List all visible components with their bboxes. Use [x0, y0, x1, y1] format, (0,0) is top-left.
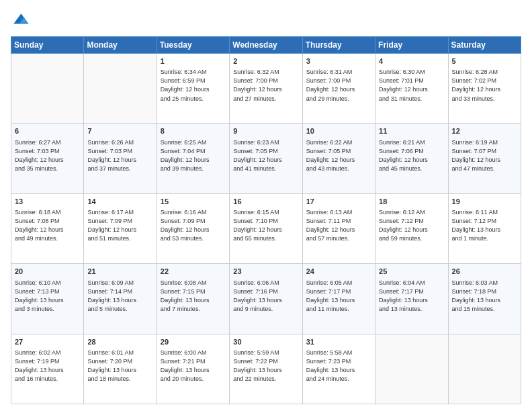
calendar-cell: [375, 334, 448, 404]
day-number: 16: [233, 197, 298, 207]
calendar-cell: 27Sunrise: 6:02 AM Sunset: 7:19 PM Dayli…: [11, 334, 84, 404]
day-info: Sunrise: 6:19 AM Sunset: 7:07 PM Dayligh…: [452, 138, 517, 173]
day-info: Sunrise: 6:26 AM Sunset: 7:03 PM Dayligh…: [87, 138, 152, 173]
day-info: Sunrise: 6:10 AM Sunset: 7:13 PM Dayligh…: [15, 279, 80, 314]
day-number: 4: [379, 56, 444, 66]
day-info: Sunrise: 6:06 AM Sunset: 7:16 PM Dayligh…: [233, 279, 298, 314]
calendar-cell: 28Sunrise: 6:01 AM Sunset: 7:20 PM Dayli…: [84, 334, 157, 404]
calendar-cell: [448, 334, 521, 404]
calendar-cell: 25Sunrise: 6:04 AM Sunset: 7:17 PM Dayli…: [375, 264, 448, 334]
calendar-day-header: Sunday: [11, 37, 84, 54]
day-number: 2: [233, 56, 298, 66]
day-info: Sunrise: 5:58 AM Sunset: 7:23 PM Dayligh…: [306, 349, 371, 383]
day-number: 17: [306, 197, 371, 207]
calendar-cell: 18Sunrise: 6:12 AM Sunset: 7:12 PM Dayli…: [375, 193, 448, 263]
calendar-cell: 30Sunrise: 5:59 AM Sunset: 7:22 PM Dayli…: [230, 334, 302, 404]
calendar-cell: 31Sunrise: 5:58 AM Sunset: 7:23 PM Dayli…: [302, 334, 375, 404]
day-number: 6: [15, 126, 80, 136]
day-info: Sunrise: 6:32 AM Sunset: 7:00 PM Dayligh…: [233, 68, 298, 103]
calendar-cell: [11, 54, 84, 124]
calendar-week-row: 20Sunrise: 6:10 AM Sunset: 7:13 PM Dayli…: [11, 264, 521, 334]
day-number: 14: [87, 197, 152, 207]
calendar-cell: 11Sunrise: 6:21 AM Sunset: 7:06 PM Dayli…: [375, 124, 448, 193]
day-info: Sunrise: 6:22 AM Sunset: 7:05 PM Dayligh…: [306, 138, 371, 173]
calendar-day-header: Saturday: [448, 37, 521, 54]
calendar-cell: 13Sunrise: 6:18 AM Sunset: 7:08 PM Dayli…: [11, 193, 84, 263]
calendar-cell: 29Sunrise: 6:00 AM Sunset: 7:21 PM Dayli…: [157, 334, 229, 404]
day-number: 8: [161, 126, 226, 136]
calendar-cell: 10Sunrise: 6:22 AM Sunset: 7:05 PM Dayli…: [302, 124, 375, 193]
day-number: 26: [452, 267, 517, 277]
calendar-cell: 22Sunrise: 6:08 AM Sunset: 7:15 PM Dayli…: [157, 264, 229, 334]
page: SundayMondayTuesdayWednesdayThursdayFrid…: [0, 0, 532, 411]
day-number: 20: [15, 267, 80, 277]
header: [11, 11, 521, 30]
calendar-cell: 4Sunrise: 6:30 AM Sunset: 7:01 PM Daylig…: [375, 54, 448, 124]
day-info: Sunrise: 6:25 AM Sunset: 7:04 PM Dayligh…: [161, 138, 226, 173]
day-info: Sunrise: 6:04 AM Sunset: 7:17 PM Dayligh…: [379, 279, 444, 314]
day-info: Sunrise: 6:28 AM Sunset: 7:02 PM Dayligh…: [452, 68, 517, 103]
calendar-cell: 19Sunrise: 6:11 AM Sunset: 7:12 PM Dayli…: [448, 193, 521, 263]
calendar-cell: 12Sunrise: 6:19 AM Sunset: 7:07 PM Dayli…: [448, 124, 521, 193]
day-info: Sunrise: 6:15 AM Sunset: 7:10 PM Dayligh…: [233, 208, 298, 243]
day-number: 24: [306, 267, 371, 277]
day-number: 25: [379, 267, 444, 277]
calendar-day-header: Monday: [84, 37, 157, 54]
day-number: 28: [87, 337, 152, 347]
calendar-cell: 16Sunrise: 6:15 AM Sunset: 7:10 PM Dayli…: [230, 193, 302, 263]
day-info: Sunrise: 6:18 AM Sunset: 7:08 PM Dayligh…: [15, 208, 80, 243]
calendar-cell: 1Sunrise: 6:34 AM Sunset: 6:59 PM Daylig…: [157, 54, 229, 124]
day-number: 19: [452, 197, 517, 207]
day-info: Sunrise: 6:02 AM Sunset: 7:19 PM Dayligh…: [15, 349, 80, 383]
calendar-cell: 17Sunrise: 6:13 AM Sunset: 7:11 PM Dayli…: [302, 193, 375, 263]
calendar-cell: 26Sunrise: 6:03 AM Sunset: 7:18 PM Dayli…: [448, 264, 521, 334]
logo-icon: [11, 11, 30, 30]
day-number: 3: [306, 56, 371, 66]
calendar-week-row: 6Sunrise: 6:27 AM Sunset: 7:03 PM Daylig…: [11, 124, 521, 193]
day-number: 29: [161, 337, 226, 347]
day-number: 13: [15, 197, 80, 207]
calendar-header-row: SundayMondayTuesdayWednesdayThursdayFrid…: [11, 37, 521, 54]
day-info: Sunrise: 6:27 AM Sunset: 7:03 PM Dayligh…: [15, 138, 80, 173]
day-info: Sunrise: 6:30 AM Sunset: 7:01 PM Dayligh…: [379, 68, 444, 103]
day-number: 10: [306, 126, 371, 136]
calendar-cell: 15Sunrise: 6:16 AM Sunset: 7:09 PM Dayli…: [157, 193, 229, 263]
calendar-cell: 9Sunrise: 6:23 AM Sunset: 7:05 PM Daylig…: [230, 124, 302, 193]
calendar-day-header: Thursday: [302, 37, 375, 54]
day-number: 12: [452, 126, 517, 136]
day-info: Sunrise: 6:17 AM Sunset: 7:09 PM Dayligh…: [87, 208, 152, 243]
calendar-cell: [84, 54, 157, 124]
day-info: Sunrise: 6:12 AM Sunset: 7:12 PM Dayligh…: [379, 208, 444, 243]
calendar-table: SundayMondayTuesdayWednesdayThursdayFrid…: [11, 36, 521, 404]
calendar-cell: 24Sunrise: 6:05 AM Sunset: 7:17 PM Dayli…: [302, 264, 375, 334]
day-info: Sunrise: 6:00 AM Sunset: 7:21 PM Dayligh…: [161, 349, 226, 383]
calendar-cell: 14Sunrise: 6:17 AM Sunset: 7:09 PM Dayli…: [84, 193, 157, 263]
day-number: 15: [161, 197, 226, 207]
calendar-cell: 6Sunrise: 6:27 AM Sunset: 7:03 PM Daylig…: [11, 124, 84, 193]
day-info: Sunrise: 6:01 AM Sunset: 7:20 PM Dayligh…: [87, 349, 152, 383]
day-number: 11: [379, 126, 444, 136]
day-info: Sunrise: 5:59 AM Sunset: 7:22 PM Dayligh…: [233, 349, 298, 383]
day-info: Sunrise: 6:23 AM Sunset: 7:05 PM Dayligh…: [233, 138, 298, 173]
day-info: Sunrise: 6:21 AM Sunset: 7:06 PM Dayligh…: [379, 138, 444, 173]
day-info: Sunrise: 6:13 AM Sunset: 7:11 PM Dayligh…: [306, 208, 371, 243]
day-number: 23: [233, 267, 298, 277]
calendar-cell: 2Sunrise: 6:32 AM Sunset: 7:00 PM Daylig…: [230, 54, 302, 124]
calendar-cell: 3Sunrise: 6:31 AM Sunset: 7:00 PM Daylig…: [302, 54, 375, 124]
day-number: 18: [379, 197, 444, 207]
calendar-week-row: 1Sunrise: 6:34 AM Sunset: 6:59 PM Daylig…: [11, 54, 521, 124]
day-info: Sunrise: 6:05 AM Sunset: 7:17 PM Dayligh…: [306, 279, 371, 314]
calendar-day-header: Wednesday: [230, 37, 302, 54]
day-info: Sunrise: 6:03 AM Sunset: 7:18 PM Dayligh…: [452, 279, 517, 314]
day-info: Sunrise: 6:11 AM Sunset: 7:12 PM Dayligh…: [452, 208, 517, 243]
day-number: 27: [15, 337, 80, 347]
day-number: 5: [452, 56, 517, 66]
calendar-day-header: Friday: [375, 37, 448, 54]
calendar-cell: 5Sunrise: 6:28 AM Sunset: 7:02 PM Daylig…: [448, 54, 521, 124]
day-number: 1: [161, 56, 226, 66]
day-number: 30: [233, 337, 298, 347]
day-number: 9: [233, 126, 298, 136]
calendar-cell: 21Sunrise: 6:09 AM Sunset: 7:14 PM Dayli…: [84, 264, 157, 334]
day-info: Sunrise: 6:31 AM Sunset: 7:00 PM Dayligh…: [306, 68, 371, 103]
calendar-week-row: 13Sunrise: 6:18 AM Sunset: 7:08 PM Dayli…: [11, 193, 521, 263]
